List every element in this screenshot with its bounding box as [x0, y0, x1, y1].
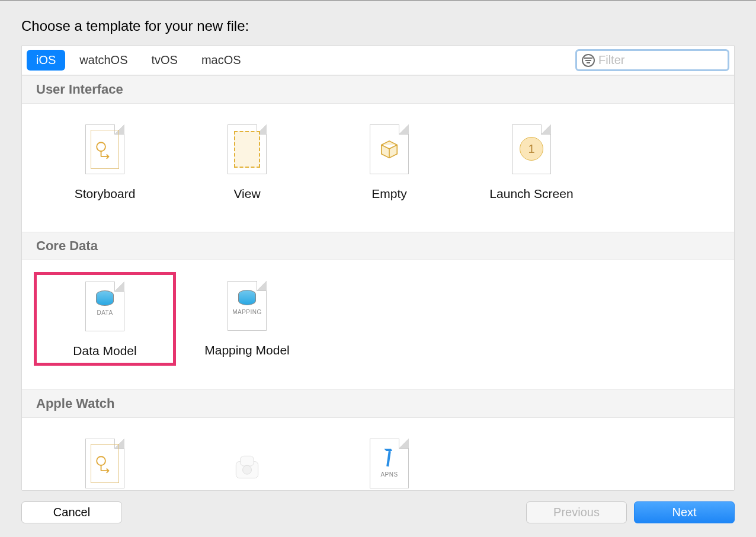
- next-button[interactable]: Next: [634, 501, 735, 523]
- svg-rect-3: [241, 456, 254, 466]
- template-label: Mapping Model: [183, 343, 311, 357]
- filter-input[interactable]: [598, 53, 748, 67]
- template-launch-screen[interactable]: 1 Launch Screen: [460, 116, 603, 208]
- template-storyboard[interactable]: Storyboard: [34, 116, 176, 208]
- section-header-watch: Apple Watch: [22, 389, 734, 418]
- template-label: View: [183, 187, 311, 201]
- template-data-model[interactable]: DATA Data Model: [34, 272, 176, 366]
- template-panel: iOS watchOS tvOS macOS User Interface: [21, 45, 735, 491]
- svg-point-1: [97, 456, 105, 465]
- svg-rect-5: [386, 451, 391, 466]
- tab-watchos[interactable]: watchOS: [70, 50, 137, 71]
- tab-ios[interactable]: iOS: [27, 50, 65, 71]
- template-watchkit-settings[interactable]: WatchKit Settings: [176, 430, 318, 490]
- template-watch-storyboard[interactable]: Storyboard: [34, 430, 176, 490]
- section-body-coredata: DATA Data Model MAPPING Mapping Model: [22, 260, 734, 389]
- filter-icon: [582, 54, 595, 67]
- template-scroll[interactable]: User Interface Storyboard View: [22, 75, 734, 490]
- tab-tvos[interactable]: tvOS: [142, 50, 187, 71]
- view-icon: [183, 123, 311, 176]
- storyboard-icon: [41, 437, 169, 490]
- template-mapping-model[interactable]: MAPPING Mapping Model: [176, 272, 318, 366]
- section-body-watch: Storyboard WatchKit Settings APNS: [22, 418, 734, 490]
- launch-screen-icon: 1: [467, 123, 595, 176]
- template-label: Launch Screen: [467, 187, 595, 201]
- empty-icon: [325, 123, 453, 176]
- apns-icon: APNS: [325, 437, 453, 490]
- button-bar: Cancel Previous Next: [21, 491, 735, 523]
- platform-tabbar: iOS watchOS tvOS macOS: [22, 46, 734, 75]
- svg-point-4: [243, 465, 252, 474]
- cancel-button[interactable]: Cancel: [21, 501, 122, 523]
- svg-point-0: [97, 142, 105, 151]
- filter-field-wrap[interactable]: [575, 49, 729, 71]
- previous-button: Previous: [526, 501, 627, 523]
- template-label: Data Model: [41, 344, 168, 358]
- storyboard-icon: [41, 123, 169, 176]
- template-label: Empty: [325, 187, 453, 201]
- template-view[interactable]: View: [176, 116, 318, 208]
- template-notification[interactable]: APNS Notification: [318, 430, 460, 490]
- data-model-icon: DATA: [41, 280, 168, 333]
- mapping-model-icon: MAPPING: [183, 279, 311, 333]
- tab-macos[interactable]: macOS: [192, 50, 251, 71]
- template-empty[interactable]: Empty: [318, 116, 460, 208]
- section-header-coredata: Core Data: [22, 232, 734, 260]
- section-header-ui: User Interface: [22, 75, 734, 104]
- gear-icon: [183, 437, 311, 490]
- template-label: Storyboard: [41, 187, 169, 201]
- dialog-title: Choose a template for your new file:: [21, 18, 735, 34]
- section-body-ui: Storyboard View Empty: [22, 104, 734, 232]
